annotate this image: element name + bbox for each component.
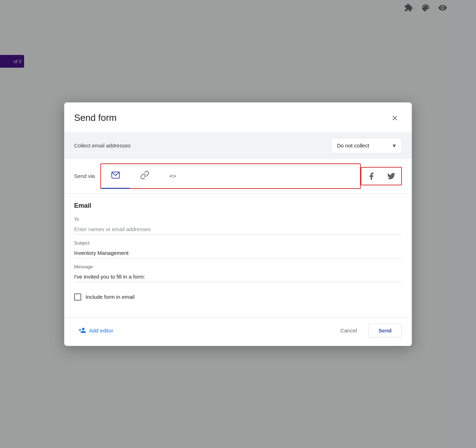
send-via-row: Send via <>: [64, 159, 412, 194]
to-input[interactable]: [74, 224, 402, 235]
send-form-modal: Send form Collect email addresses Do not…: [64, 102, 412, 346]
collect-dropdown-value: Do not collect: [337, 142, 369, 149]
tab-facebook[interactable]: [361, 168, 381, 185]
email-icon: [111, 170, 120, 182]
message-field: Message I've invited you to fill in a fo…: [74, 264, 402, 282]
modal-title: Send form: [74, 112, 117, 123]
to-field: To: [74, 217, 402, 235]
add-editor-button[interactable]: Add editor: [74, 324, 117, 337]
message-value[interactable]: I've invited you to fill in a form:: [74, 271, 402, 282]
subject-value[interactable]: Inventory Management: [74, 248, 402, 258]
collect-email-label: Collect email addresses: [74, 142, 131, 149]
to-label: To: [74, 217, 402, 222]
add-editor-icon: [78, 326, 86, 334]
footer-actions: Cancel Send: [333, 324, 402, 337]
send-button[interactable]: Send: [368, 324, 402, 337]
chevron-down-icon: ▾: [393, 142, 396, 150]
modal-header: Send form: [64, 102, 412, 132]
cancel-button[interactable]: Cancel: [333, 324, 364, 337]
include-form-label: Include form in email: [85, 294, 134, 300]
tab-embed[interactable]: <>: [159, 166, 186, 187]
send-via-tabs: <>: [100, 163, 361, 189]
link-icon: [140, 170, 149, 182]
social-tabs: [361, 167, 402, 185]
include-form-row: Include form in email: [74, 288, 402, 306]
subject-field: Subject Inventory Management: [74, 240, 402, 258]
collect-email-bar: Collect email addresses Do not collect ▾: [64, 132, 412, 159]
email-form: Email To Subject Inventory Management Me…: [64, 194, 412, 315]
modal-overlay: Send form Collect email addresses Do not…: [0, 0, 476, 448]
collect-email-dropdown[interactable]: Do not collect ▾: [331, 138, 402, 153]
send-via-label: Send via: [74, 166, 95, 186]
tab-twitter[interactable]: [381, 168, 401, 185]
tab-email[interactable]: [101, 166, 130, 187]
subject-label: Subject: [74, 240, 402, 246]
close-button[interactable]: [388, 111, 402, 125]
tab-link[interactable]: [130, 166, 159, 187]
include-form-checkbox[interactable]: [74, 293, 81, 301]
message-label: Message: [74, 264, 402, 269]
embed-icon: <>: [169, 173, 176, 179]
email-section-title: Email: [74, 202, 402, 209]
add-editor-label: Add editor: [89, 327, 113, 334]
modal-footer: Add editor Cancel Send: [64, 318, 412, 346]
